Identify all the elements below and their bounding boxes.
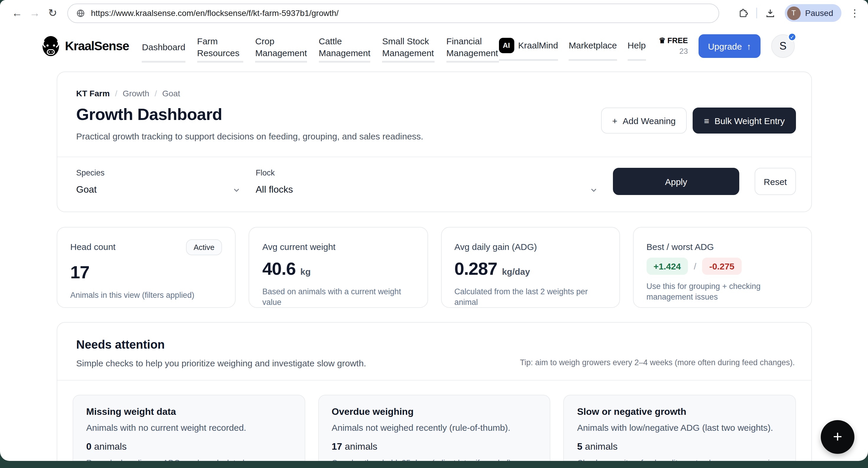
browser-window: ← → ↻ https://www.kraalsense.com/en/floc… [0,0,868,461]
forward-icon[interactable]: → [26,7,44,19]
menu-dots-icon[interactable]: ⋮ [850,7,860,19]
desktop: ← → ↻ https://www.kraalsense.com/en/floc… [0,0,868,468]
species-field: Species Goat [76,168,240,195]
add-weaning-button[interactable]: + Add Weaning [601,108,687,134]
stat-label: Avg current weight [262,242,336,252]
sub-card-title: Slow or negative growth [577,407,782,417]
nav-label: Small Stock Management [382,35,435,59]
sub-card-note: Check: parasites, feed quality, water, l… [577,457,782,461]
nav-label: Crop Management [255,35,307,59]
nav-item-dashboard[interactable]: Dashboard [142,33,185,63]
nav-label: Help [628,39,646,51]
nav-item-kraalmind[interactable]: AI KraalMind [499,31,558,61]
nav-label: Dashboard [142,41,185,53]
breadcrumb-separator: / [155,89,157,98]
nav-label: Farm Resources [197,35,244,59]
nav-items: Dashboard Farm Resources Crop Management… [142,33,499,63]
flock-field: Flock All flocks [256,168,597,195]
address-bar[interactable]: https://www.kraalsense.com/en/flocksense… [67,3,719,23]
bulk-weight-label: Bulk Weight Entry [714,116,785,125]
back-icon[interactable]: ← [8,7,26,19]
add-weaning-label: Add Weaning [623,116,676,125]
breadcrumb-farm[interactable]: KT Farm [76,89,110,98]
sub-card-count: 5 [577,441,583,451]
upgrade-button[interactable]: Upgrade ↑ [699,34,761,58]
extensions-icon[interactable] [738,8,748,18]
pill-separator: / [694,261,696,271]
plan-badge: ♛ FREE 23 [659,36,688,56]
apply-button[interactable]: Apply [613,168,739,195]
sub-card-description: Animals with low/negative ADG (last two … [577,422,782,433]
stat-note: Animals in this view (filters applied) [70,290,222,300]
sub-card-count: 0 [86,441,92,451]
stat-note: Use this for grouping + checking managem… [647,281,799,302]
chevron-down-icon [590,186,597,194]
nav-item-marketplace[interactable]: Marketplace [569,31,617,61]
reset-button[interactable]: Reset [755,168,796,195]
sub-card-description: Animals not weighed recently (rule-of-th… [332,422,537,433]
nav-item-crop-management[interactable]: Crop Management [255,33,307,63]
bulk-weight-entry-button[interactable]: ≡ Bulk Weight Entry [693,108,796,134]
plus-icon: + [833,428,842,446]
globe-icon [76,8,85,18]
app-nav: KraalSense Dashboard Farm Resources Crop… [0,26,868,63]
header-actions: + Add Weaning ≡ Bulk Weight Entry [601,108,796,134]
nav-item-help[interactable]: Help [628,31,646,61]
adg-unit: kg/day [502,266,530,276]
stat-note: Based on animals with a current weight v… [262,287,414,307]
plan-count: 23 [679,47,688,56]
upgrade-label: Upgrade [708,41,742,51]
flock-label: Flock [256,168,597,177]
filter-section: Species Goat Flock All flocks [57,157,811,211]
flock-select[interactable]: All flocks [256,184,597,195]
active-badge: Active [186,239,222,255]
nav-item-cattle-management[interactable]: Cattle Management [318,33,370,63]
adg-card: Avg daily gain (ADG) 0.287 kg/day Calcul… [441,227,620,308]
stat-label: Best / worst ADG [647,242,714,252]
flock-value: All flocks [256,184,293,195]
sub-card-title: Overdue weighing [332,407,537,417]
sub-card-count-suffix: animals [92,441,127,451]
breadcrumb-growth[interactable]: Growth [123,89,149,98]
stat-label: Avg daily gain (ADG) [454,242,537,252]
profile-avatar: T [787,6,800,20]
overdue-weighing-card: Overdue weighing Animals not weighed rec… [318,395,550,461]
nav-item-farm-resources[interactable]: Farm Resources [197,33,244,63]
nav-right: AI KraalMind Marketplace Help ♛ FREE 23 … [499,30,795,63]
nav-item-financial-management[interactable]: Financial Management [446,33,499,63]
sub-card-note: Record a baseline so ADG can be calculat… [86,457,291,461]
species-value: Goat [76,184,97,195]
brand-logo[interactable]: KraalSense [39,30,129,63]
worst-adg-pill: -0.275 [702,258,741,275]
sub-card-count: 17 [332,441,342,451]
download-icon[interactable] [765,8,775,18]
head-count-card: Head count Active 17 Animals in this vie… [57,227,236,308]
species-select[interactable]: Goat [76,184,240,195]
brand-name: KraalSense [65,39,129,53]
adg-value: 0.287 [454,259,497,279]
cow-logo-icon [39,34,63,58]
breadcrumb-goat[interactable]: Goat [162,89,180,98]
nav-label: Marketplace [569,39,617,51]
user-avatar[interactable]: S ✓ [771,34,795,58]
nav-item-small-stock-management[interactable]: Small Stock Management [382,33,435,63]
breadcrumb: KT Farm / Growth / Goat [76,89,795,98]
chevron-down-icon [232,186,240,194]
toolbar-divider [756,8,757,18]
nav-label: Financial Management [446,35,499,59]
main-content: KT Farm / Growth / Goat Growth Dashboard… [57,71,812,461]
fab-add-button[interactable]: + [821,420,855,454]
avg-weight-value: 40.6 [262,259,296,279]
url-text[interactable]: https://www.kraalsense.com/en/flocksense… [91,8,339,18]
sub-card-note: Overdue threshold: 35 days (adjust later… [332,457,537,461]
reload-icon[interactable]: ↻ [44,6,61,20]
sub-card-count-suffix: animals [342,441,377,451]
attention-title: Needs attention [76,338,795,352]
slow-growth-card: Slow or negative growth Animals with low… [564,395,796,461]
needs-attention-card: Needs attention Simple checks to help yo… [57,322,812,461]
plus-icon: + [612,116,617,125]
missing-weight-card: Missing weight data Animals with no curr… [73,395,305,461]
profile-chip[interactable]: T Paused [784,4,841,22]
chrome-controls: T Paused ⋮ [733,4,860,22]
sub-card-count-suffix: animals [582,441,617,451]
